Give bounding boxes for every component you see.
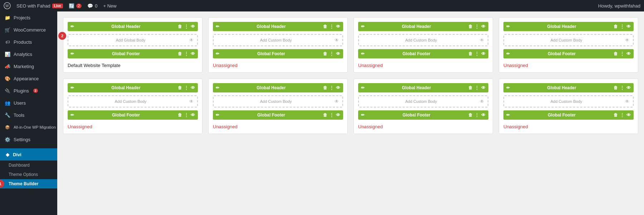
sidebar-item-products[interactable]: 🏷 Products [0,36,57,48]
card-1-header-dots-icon[interactable]: ⋮ [184,24,189,29]
card-8-body-placeholder[interactable]: Add Custom Body 👁 [503,95,634,108]
card-5-header-eye-icon[interactable]: 👁 [191,85,195,90]
card-5-body-placeholder[interactable]: Add Custom Body 👁 [68,95,198,108]
card-5-header-trash-icon[interactable]: 🗑 [178,85,182,90]
sidebar-item-settings[interactable]: ⚙️ Settings [0,133,57,145]
card-4-footer-dots-icon[interactable]: ⋮ [620,51,624,56]
card-3-header-pencil-icon[interactable]: ✏ [361,24,365,29]
card-8-header-eye-icon[interactable]: 👁 [626,85,631,90]
card-2-footer-eye-icon[interactable]: 👁 [336,51,340,56]
card-2-footer-trash-icon[interactable]: 🗑 [323,51,327,56]
sidebar-item-tools[interactable]: 🔧 Tools [0,109,57,121]
card-3-header-eye-icon[interactable]: 👁 [481,24,486,29]
card-6-footer-trash-icon[interactable]: 🗑 [323,113,327,118]
card-1-header-eye-icon[interactable]: 👁 [191,24,195,29]
card-7-footer-trash-icon[interactable]: 🗑 [468,113,473,118]
card-6-header-trash-icon[interactable]: 🗑 [323,85,327,90]
card-1-footer-dots-icon[interactable]: ⋮ [184,51,189,56]
card-3-footer-dots-icon[interactable]: ⋮ [475,51,479,56]
card-2-header-pencil-icon[interactable]: ✏ [216,24,219,29]
card-4-body-eye-icon[interactable]: 👁 [625,38,629,43]
card-4-footer-trash-icon[interactable]: 🗑 [614,51,618,56]
card-6-header-dots-icon[interactable]: ⋮ [330,85,334,90]
card-2-footer-dots-icon[interactable]: ⋮ [330,51,334,56]
card-1-body-eye-icon[interactable]: 👁 [189,38,194,43]
card-3-footer-pencil-icon[interactable]: ✏ [361,51,365,56]
sidebar-item-analytics[interactable]: 📊 Analytics [0,48,57,60]
card-2-footer-pencil-icon[interactable]: ✏ [216,51,219,56]
sidebar-item-appearance[interactable]: 🎨 Appearance [0,72,57,85]
card-3-footer-trash-icon[interactable]: 🗑 [468,51,473,56]
card-8-header-trash-icon[interactable]: 🗑 [614,85,618,90]
card-6-footer-dots-icon[interactable]: ⋮ [330,113,334,118]
sidebar-item-marketing[interactable]: 📣 Marketing [0,60,57,72]
card-4-header-dots-icon[interactable]: ⋮ [620,24,624,29]
card-1-footer-trash-icon[interactable]: 🗑 [178,51,182,56]
sidebar-item-users[interactable]: 👥 Users [0,97,57,109]
sidebar-sub-theme-builder[interactable]: Theme Builder [0,179,57,188]
card-8-body-eye-icon[interactable]: 👁 [625,99,629,104]
updates-item[interactable]: 🔄 2 [69,3,82,9]
card-8-footer-pencil-icon[interactable]: ✏ [506,113,510,118]
card-6-header-pencil-icon[interactable]: ✏ [216,85,219,90]
divi-menu-header[interactable]: ◆ Divi [0,148,57,161]
card-7-footer-eye-icon[interactable]: 👁 [481,113,486,118]
sidebar-item-projects[interactable]: 📁 Projects [0,11,57,24]
card-7-body-placeholder[interactable]: Add Custom Body 👁 [358,95,488,108]
card-7-footer-dots-icon[interactable]: ⋮ [475,113,479,118]
card-8-footer-dots-icon[interactable]: ⋮ [620,113,624,118]
card-5-body-eye-icon[interactable]: 👁 [189,99,194,104]
card-6-footer-eye-icon[interactable]: 👁 [336,113,340,118]
new-item[interactable]: + New [103,3,116,9]
card-7-header-eye-icon[interactable]: 👁 [481,85,486,90]
card-2-body-eye-icon[interactable]: 👁 [335,38,339,43]
card-7-header-pencil-icon[interactable]: ✏ [361,85,365,90]
card-2-header-dots-icon[interactable]: ⋮ [330,24,334,29]
card-3-footer-eye-icon[interactable]: 👁 [481,51,486,56]
card-8-footer-trash-icon[interactable]: 🗑 [614,113,618,118]
card-5-footer-pencil-icon[interactable]: ✏ [70,113,74,118]
site-name-item[interactable]: SEO with Fahad Live [16,3,63,9]
sidebar-item-plugins[interactable]: 🔌 Plugins 2 [0,85,57,97]
card-3-header-dots-icon[interactable]: ⋮ [475,24,479,29]
card-6-body-eye-icon[interactable]: 👁 [335,99,339,104]
wp-logo-item[interactable]: W [4,2,11,9]
card-4-header-pencil-icon[interactable]: ✏ [506,24,510,29]
card-7-footer-pencil-icon[interactable]: ✏ [361,113,365,118]
sidebar-item-migration[interactable]: 📦 All-in-One WP Migration [0,121,57,133]
comments-item[interactable]: 💬 0 [87,3,97,9]
card-2-header-eye-icon[interactable]: 👁 [336,24,340,29]
card-8-header-pencil-icon[interactable]: ✏ [506,85,510,90]
card-3-header-trash-icon[interactable]: 🗑 [468,24,473,29]
card-6-footer-pencil-icon[interactable]: ✏ [216,113,219,118]
card-7-body-eye-icon[interactable]: 👁 [480,99,484,104]
card-1-footer-eye-icon[interactable]: 👁 [191,51,195,56]
sidebar-sub-theme-options[interactable]: Theme Options [0,170,57,179]
card-1-header-pencil-icon[interactable]: ✏ [70,24,74,29]
card-5-header-pencil-icon[interactable]: ✏ [70,85,74,90]
card-7-header-trash-icon[interactable]: 🗑 [468,85,473,90]
card-4-footer-eye-icon[interactable]: 👁 [626,51,631,56]
card-1-body-placeholder[interactable]: Add Global Body 👁 [68,34,198,46]
card-1-footer-pencil-icon[interactable]: ✏ [70,51,74,56]
card-8-footer-eye-icon[interactable]: 👁 [626,113,631,118]
card-2-body-placeholder[interactable]: Add Custom Body 👁 [213,34,343,46]
card-5-footer-trash-icon[interactable]: 🗑 [178,113,182,118]
card-6-header-eye-icon[interactable]: 👁 [336,85,340,90]
card-4-header-eye-icon[interactable]: 👁 [626,24,631,29]
card-5-header-dots-icon[interactable]: ⋮ [184,85,189,90]
card-1-header-trash-icon[interactable]: 🗑 [178,24,182,29]
card-8-header-dots-icon[interactable]: ⋮ [620,85,624,90]
card-4-footer-pencil-icon[interactable]: ✏ [506,51,510,56]
card-3-body-placeholder[interactable]: Add Custom Body 👁 [358,34,488,46]
card-4-header-trash-icon[interactable]: 🗑 [614,24,618,29]
card-3-body-eye-icon[interactable]: 👁 [480,38,484,43]
card-4-body-placeholder[interactable]: Add Custom Body 👁 [503,34,634,46]
sidebar-item-woocommerce[interactable]: 🛒 WooCommerce [0,24,57,36]
card-2-header-trash-icon[interactable]: 🗑 [323,24,327,29]
card-5-footer-eye-icon[interactable]: 👁 [191,113,195,118]
card-7-header-dots-icon[interactable]: ⋮ [475,85,479,90]
card-6-body-placeholder[interactable]: Add Custom Body 👁 [213,95,343,108]
card-5-footer-dots-icon[interactable]: ⋮ [184,113,189,118]
sidebar-sub-dashboard[interactable]: Dashboard [0,161,57,170]
